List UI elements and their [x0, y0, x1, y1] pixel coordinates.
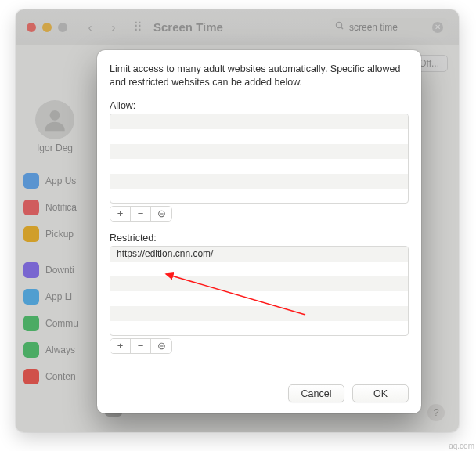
allow-list[interactable] [110, 114, 409, 204]
allow-remove-button: − [131, 207, 151, 221]
restricted-list[interactable]: https://edition.cnn.com/ [110, 246, 409, 336]
preferences-window: ‹ › ⠿ Screen Time ✕ Igor Deg App UsNotif… [16, 9, 459, 432]
list-row[interactable] [110, 129, 408, 144]
customize-sheet: Limit access to many adult websites auto… [97, 50, 421, 413]
allow-add-button[interactable]: + [110, 207, 131, 221]
ok-button[interactable]: OK [352, 384, 409, 402]
allow-list-controls: + − ⊝ [110, 206, 172, 222]
list-row[interactable] [110, 174, 408, 189]
restricted-remove-button[interactable]: − [131, 339, 151, 353]
cancel-button[interactable]: Cancel [288, 384, 344, 402]
allow-label: Allow: [110, 100, 409, 111]
restricted-add-button[interactable]: + [110, 339, 131, 353]
list-row[interactable] [110, 189, 408, 204]
list-row[interactable]: https://edition.cnn.com/ [110, 247, 408, 262]
watermark: aq.com [449, 442, 474, 450]
list-row[interactable] [110, 262, 408, 276]
list-row[interactable] [110, 306, 408, 321]
list-row[interactable] [110, 144, 408, 159]
restricted-more-button[interactable]: ⊝ [151, 339, 171, 353]
list-row[interactable] [110, 276, 408, 291]
list-row[interactable] [110, 291, 408, 306]
allow-more-button: ⊝ [151, 207, 171, 221]
restricted-list-controls: + − ⊝ [110, 338, 172, 354]
list-row[interactable] [110, 159, 408, 174]
sheet-description: Limit access to many adult websites auto… [110, 63, 409, 89]
restricted-label: Restricted: [110, 233, 409, 244]
list-row[interactable] [110, 114, 408, 129]
list-row[interactable] [110, 321, 408, 336]
